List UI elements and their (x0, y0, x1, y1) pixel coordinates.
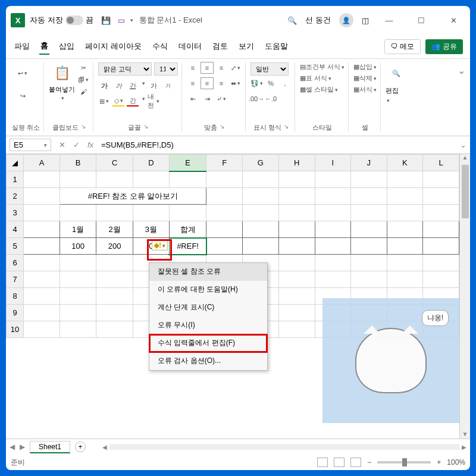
col-header-e[interactable]: E (169, 155, 206, 171)
scroll-down-icon[interactable]: ▼ (460, 431, 470, 437)
col-header-i[interactable]: I (315, 155, 350, 171)
sheet-nav-prev[interactable]: ◀ (10, 443, 15, 451)
title-merged-cell[interactable]: #REF! 참조 오류 알아보기 (60, 188, 206, 205)
tab-help[interactable]: 도움말 (264, 39, 289, 54)
menu-item-show-steps[interactable]: 계산 단계 표시(C) (149, 299, 267, 317)
hscroll-right-icon[interactable]: ▶ (462, 444, 466, 450)
col-header-h[interactable]: H (278, 155, 315, 171)
paste-button[interactable]: 📋 (51, 62, 73, 84)
formula-input[interactable]: =SUM(B5,#REF!,D5) (98, 140, 456, 149)
format-painter-icon[interactable]: 🖌 (77, 86, 89, 97)
select-all-corner[interactable]: ◢ (7, 155, 24, 171)
view-page-break-icon[interactable] (350, 458, 361, 467)
cancel-formula-icon[interactable]: ✕ (55, 140, 69, 149)
user-avatar-icon[interactable]: 👤 (339, 13, 353, 27)
selected-cell-e5[interactable]: #REF! (169, 238, 206, 255)
font-size-select[interactable]: 11 (154, 62, 178, 76)
conditional-formatting-button[interactable]: ▤ 조건부 서식▾ (300, 62, 345, 71)
redo-button[interactable]: ↪ (12, 85, 33, 107)
cell[interactable]: 합계 (169, 221, 206, 238)
minimize-button[interactable]: — (377, 11, 401, 29)
cell[interactable]: 1월 (60, 221, 96, 238)
view-normal-icon[interactable] (317, 458, 328, 467)
row-header[interactable]: 8 (7, 288, 24, 305)
wrap-text-icon[interactable]: ⤶▾ (215, 93, 227, 104)
tab-view[interactable]: 보기 (237, 39, 255, 54)
expand-formula-bar-icon[interactable]: ⌄ (456, 140, 470, 149)
col-header-d[interactable]: D (133, 155, 169, 171)
tab-formulas[interactable]: 수식 (151, 39, 169, 54)
increase-decimal-icon[interactable]: .00→ (250, 93, 262, 104)
fill-color-button[interactable]: ◇▾ (112, 96, 124, 107)
align-launcher[interactable]: ↘ (220, 123, 224, 132)
fx-icon[interactable]: fx (83, 140, 98, 149)
scroll-up-icon[interactable]: ▲ (460, 154, 470, 161)
tab-review[interactable]: 검토 (211, 39, 229, 54)
insert-cells-button[interactable]: ▦ 삽입▾ (353, 62, 377, 71)
cut-icon[interactable]: ✂ (77, 62, 89, 73)
comments-button[interactable]: 🗨 메모 (384, 39, 421, 54)
col-header-c[interactable]: C (96, 155, 133, 171)
delete-cells-button[interactable]: ▦ 삭제▾ (353, 74, 377, 83)
col-header-f[interactable]: F (206, 155, 243, 171)
font-color-button[interactable]: 간 (127, 96, 139, 107)
search-icon[interactable]: 🔍 (287, 16, 297, 25)
row-header[interactable]: 7 (7, 271, 24, 288)
view-page-layout-icon[interactable] (334, 458, 345, 467)
align-right-icon[interactable]: ≡ (215, 78, 227, 89)
cell[interactable]: 100 (60, 238, 96, 255)
cell[interactable]: 3월 (133, 221, 169, 238)
row-header[interactable]: 2 (7, 188, 24, 205)
qat-overflow[interactable]: ▾ (130, 17, 133, 23)
font-launcher[interactable]: ↘ (143, 123, 148, 132)
zoom-out-button[interactable]: − (367, 458, 371, 466)
scrollbar-thumb[interactable] (462, 165, 469, 218)
format-as-table-button[interactable]: ▦ 표 서식▾ (300, 74, 331, 83)
zoom-level[interactable]: 100% (447, 458, 465, 466)
italic-button[interactable]: 가 (112, 80, 124, 91)
share-button[interactable]: 👥 공유 (425, 39, 463, 54)
col-header-k[interactable]: K (387, 155, 423, 171)
row-header[interactable]: 3 (7, 205, 24, 221)
cell-styles-button[interactable]: ▩ 셀 스타일▾ (300, 85, 338, 94)
chevron-down-icon[interactable]: ▾ (44, 142, 47, 148)
menu-item-help[interactable]: 이 오류에 대한 도움말(H) (149, 281, 267, 299)
row-header[interactable]: 4 (7, 221, 24, 238)
phonetic-button[interactable]: 내천▾ (148, 96, 159, 107)
merge-icon[interactable]: ⬌▾ (230, 78, 242, 89)
percent-icon[interactable]: % (265, 78, 277, 89)
align-center-icon[interactable]: ≡ (201, 78, 213, 89)
underline-button[interactable]: 간 (127, 80, 139, 91)
increase-indent-icon[interactable]: ⇥ (201, 93, 213, 104)
tab-file[interactable]: 파일 (13, 39, 31, 54)
undo-button[interactable]: ↩▾ (12, 62, 33, 84)
maximize-button[interactable]: ☐ (409, 11, 433, 29)
row-header[interactable]: 10 (7, 321, 24, 338)
name-box[interactable]: E5 ▾ (10, 139, 51, 151)
number-format-select[interactable]: 일반 (250, 62, 289, 76)
number-launcher[interactable]: ↘ (284, 123, 289, 132)
autosave-toggle[interactable]: 자동 저장 끔 (30, 15, 93, 26)
row-header[interactable]: 6 (7, 255, 24, 271)
decrease-decimal-icon[interactable]: ←.0 (265, 93, 277, 104)
bold-button[interactable]: 가 (98, 80, 110, 91)
decrease-indent-icon[interactable]: ⇤ (187, 93, 199, 104)
align-top-icon[interactable]: ≡ (187, 62, 199, 73)
col-header-j[interactable]: J (350, 155, 387, 171)
collapse-ribbon-icon[interactable]: ⌄ (455, 62, 468, 132)
row-header[interactable]: 9 (7, 305, 24, 321)
tab-home[interactable]: 홈 (39, 38, 49, 55)
worksheet-grid[interactable]: ◢ A B C D E F G H I J K L (6, 154, 459, 439)
menu-item-edit-formula-bar[interactable]: 수식 입력줄에서 편집(F) (149, 334, 267, 352)
sheet-nav-next[interactable]: ▶ (20, 443, 25, 451)
zoom-slider[interactable] (377, 461, 431, 464)
col-header-a[interactable]: A (24, 155, 60, 171)
copy-icon[interactable]: 🗐▾ (77, 74, 89, 85)
align-bottom-icon[interactable]: ≡ (215, 62, 227, 73)
borders-button[interactable]: ⊞▾ (98, 96, 110, 107)
tab-data[interactable]: 데이터 (177, 39, 203, 54)
comma-icon[interactable]: , (279, 78, 291, 89)
orientation-icon[interactable]: ⤢▾ (230, 62, 242, 73)
quick-access-icon[interactable]: ▭ (116, 15, 127, 26)
row-header[interactable]: 5 (7, 238, 24, 255)
